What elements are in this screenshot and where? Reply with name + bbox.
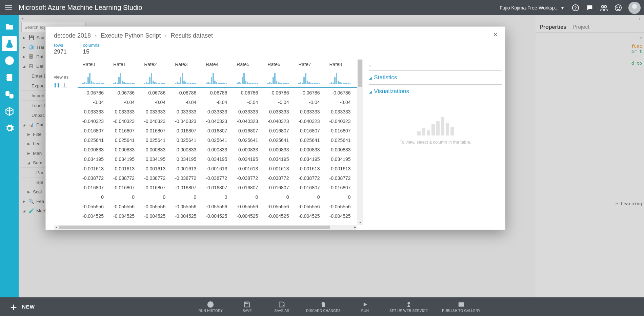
- avatar[interactable]: [628, 2, 641, 14]
- table-cell: 0.025641: [170, 135, 201, 145]
- crumb-module[interactable]: Execute Python Script: [101, 32, 161, 39]
- column-header[interactable]: Rate4: [201, 59, 232, 88]
- discard-button[interactable]: DISCARD CHANGES: [306, 301, 341, 313]
- table-cell: 0.034195: [78, 154, 108, 164]
- column-header[interactable]: Rate1: [108, 59, 139, 88]
- horizontal-scrollbar[interactable]: ◂ ▸: [54, 225, 357, 230]
- rail-webservices-icon[interactable]: [2, 53, 17, 68]
- rail-models-icon[interactable]: [2, 104, 17, 119]
- table-cell: -0.04: [325, 98, 356, 107]
- table-cell: -0.016807: [201, 183, 232, 192]
- help-icon[interactable]: ?: [571, 4, 580, 12]
- smile-icon[interactable]: [614, 4, 622, 12]
- table-cell: 0.034195: [108, 154, 139, 164]
- table-cell: -0.001613: [78, 164, 108, 173]
- table-cell: -0.016807: [108, 183, 139, 192]
- table-cell: -0.040323: [263, 117, 294, 126]
- table-cell: 0.034195: [139, 154, 170, 164]
- table-row[interactable]: -0.055556-0.055556-0.055556-0.055556-0.0…: [78, 202, 363, 211]
- table-cell: -0.001613: [294, 164, 324, 173]
- table-row[interactable]: -0.040323-0.040323-0.040323-0.040323-0.0…: [78, 117, 363, 126]
- scroll-right-icon[interactable]: ▸: [353, 225, 357, 230]
- rail-settings-icon[interactable]: [2, 121, 17, 136]
- column-header[interactable]: Rate5: [232, 59, 263, 88]
- crumb-experiment[interactable]: de:code 2018: [54, 32, 91, 39]
- save-as-button[interactable]: SAVE AS: [271, 301, 292, 313]
- publish-button[interactable]: PUBLISH TO GALLERY: [442, 301, 480, 313]
- feedback-icon[interactable]: [586, 4, 594, 12]
- rail-experiments-icon[interactable]: [2, 36, 17, 51]
- table-cell: 0.025641: [139, 135, 170, 145]
- svg-point-2: [601, 5, 604, 8]
- vertical-scrollbar[interactable]: ▴ ▾: [357, 59, 363, 225]
- table-cell: -0.016807: [170, 183, 201, 192]
- scroll-left-icon[interactable]: ◂: [54, 225, 59, 230]
- table-cell: -0.055556: [325, 202, 356, 211]
- table-row[interactable]: -0.04-0.04-0.04-0.04-0.04-0.04-0.04-0.04…: [78, 98, 363, 107]
- table-cell: 0.033333: [201, 107, 232, 117]
- people-icon[interactable]: [600, 4, 608, 12]
- table-cell: -0.016807: [325, 126, 356, 135]
- svg-text:?: ?: [574, 5, 577, 10]
- visualizations-header[interactable]: Visualizations: [369, 88, 502, 95]
- table-cell: -0.016807: [170, 126, 201, 135]
- data-grid: view as ⫿⫿ ⊥ Rate0Rate1Rate2Rate3Rate4Ra…: [46, 59, 363, 230]
- table-cell: -0.016807: [294, 126, 324, 135]
- collapse-side-icon[interactable]: ›: [369, 63, 502, 68]
- rail-datasets-icon[interactable]: [2, 87, 17, 102]
- statistics-header[interactable]: Statistics: [369, 74, 502, 81]
- scroll-down-icon[interactable]: ▾: [357, 220, 363, 225]
- table-cell: -0.055556: [201, 202, 232, 211]
- new-button[interactable]: ＋NEW: [0, 301, 35, 312]
- column-header[interactable]: Rate8: [325, 59, 356, 88]
- table-cell: -0.016807: [139, 126, 170, 135]
- results-dataset-modal: ✕ de:code 2018 › Execute Python Script ›…: [45, 26, 505, 230]
- workspace-selector[interactable]: Fujio Kojima-Free-Worksp... ▾: [500, 5, 564, 10]
- table-row[interactable]: -0.016807-0.016807-0.016807-0.016807-0.0…: [78, 126, 363, 135]
- table-cell: -0.055556: [263, 202, 294, 211]
- table-cell: 0.033333: [108, 107, 139, 117]
- table-cell: -0.04: [263, 98, 294, 107]
- rail-projects-icon[interactable]: [2, 19, 17, 34]
- table-row[interactable]: 0.0341950.0341950.0341950.0341950.034195…: [78, 154, 363, 164]
- table-cell: -0.004525: [325, 211, 356, 221]
- save-button[interactable]: SAVE: [237, 301, 257, 313]
- view-boxplot-icon[interactable]: ⊥: [62, 82, 67, 89]
- table-cell: -0.000833: [325, 145, 356, 154]
- table-row[interactable]: -0.016807-0.016807-0.016807-0.016807-0.0…: [78, 183, 363, 192]
- table-row[interactable]: -0.004525-0.004525-0.004525-0.004525-0.0…: [78, 211, 363, 221]
- table-row[interactable]: -0.000833-0.000833-0.000833-0.000833-0.0…: [78, 145, 363, 154]
- rail-notebooks-icon[interactable]: [2, 70, 17, 85]
- view-histogram-icon[interactable]: ⫿⫿: [54, 82, 60, 89]
- run-history-button[interactable]: RUN HISTORY: [198, 301, 223, 313]
- table-row[interactable]: -0.06786-0.06786-0.06786-0.06786-0.06786…: [78, 88, 363, 98]
- column-header[interactable]: Rate2: [139, 59, 170, 88]
- table-cell: 0: [294, 192, 324, 202]
- table-row[interactable]: 0000000000: [78, 192, 363, 202]
- web-service-button[interactable]: SET UP WEB SERVICE: [389, 301, 428, 313]
- table-cell: 0.033333: [325, 107, 356, 117]
- scroll-thumb[interactable]: [59, 226, 330, 229]
- column-header[interactable]: Rate7: [294, 59, 324, 88]
- table-cell: -0.055556: [232, 202, 263, 211]
- run-button[interactable]: RUN: [355, 301, 375, 313]
- table-cell: -0.038772: [201, 173, 232, 183]
- column-header[interactable]: Rate3: [170, 59, 201, 88]
- left-nav-rail: [0, 15, 19, 297]
- table-cell: -0.038772: [170, 173, 201, 183]
- table-row[interactable]: 0.0256410.0256410.0256410.0256410.025641…: [78, 135, 363, 145]
- table-row[interactable]: 0.0333330.0333330.0333330.0333330.033333…: [78, 107, 363, 117]
- table-cell: -0.000833: [263, 145, 294, 154]
- table-cell: 0.025641: [232, 135, 263, 145]
- column-header[interactable]: Rate6: [263, 59, 294, 88]
- column-header[interactable]: Rate0: [78, 59, 108, 88]
- table-cell: 0.025641: [108, 135, 139, 145]
- scroll-thumb[interactable]: [358, 60, 362, 87]
- table-row[interactable]: -0.001613-0.001613-0.001613-0.001613-0.0…: [78, 164, 363, 173]
- table-cell: -0.016807: [263, 126, 294, 135]
- table-row[interactable]: -0.038772-0.038772-0.038772-0.038772-0.0…: [78, 173, 363, 183]
- menu-icon[interactable]: [3, 3, 14, 13]
- table-cell: 0.034195: [263, 154, 294, 164]
- table-cell: -0.04: [294, 98, 324, 107]
- close-icon[interactable]: ✕: [493, 31, 498, 38]
